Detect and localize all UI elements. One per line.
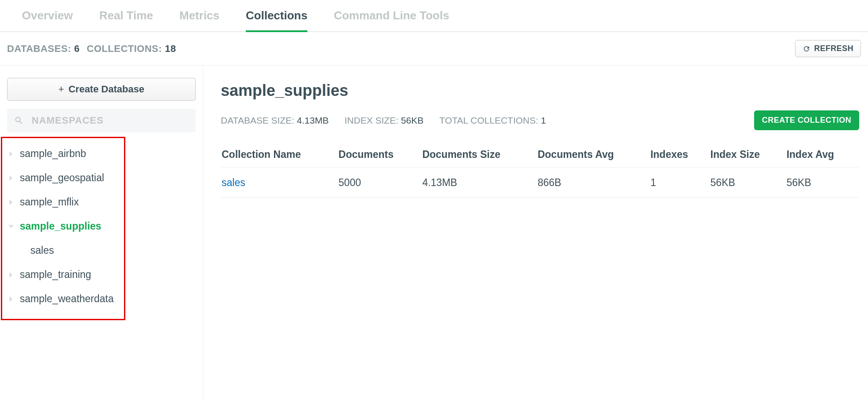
namespaces-search[interactable]: NAMESPACES — [7, 109, 196, 132]
main-content: sample_supplies DATABASE SIZE: 4.13MB IN… — [203, 66, 868, 400]
sidebar-item-sample-weatherdata[interactable]: sample_weatherdata — [2, 287, 124, 311]
index-size-label: INDEX SIZE: — [344, 115, 398, 125]
create-collection-button[interactable]: CREATE COLLECTION — [754, 110, 859, 130]
page-title: sample_supplies — [221, 81, 859, 100]
cell-documents: 5000 — [338, 168, 422, 198]
db-size-value: 4.13MB — [297, 115, 328, 125]
sidebar-item-sample-geospatial[interactable]: sample_geospatial — [2, 166, 124, 190]
sidebar-item-label: sample_airbnb — [20, 148, 86, 160]
sidebar-item-sample-training[interactable]: sample_training — [2, 263, 124, 287]
collections-value: 18 — [165, 43, 176, 54]
total-collections-value: 1 — [541, 115, 546, 125]
namespaces-label: NAMESPACES — [32, 115, 104, 126]
cell-documents-size: 4.13MB — [421, 168, 536, 198]
index-size-value: 56KB — [401, 115, 423, 125]
sidebar: + Create Database NAMESPACES sample_airb… — [0, 66, 203, 400]
stats-bar: DATABASES: 6 COLLECTIONS: 18 REFRESH — [0, 32, 868, 66]
chevron-right-icon — [8, 296, 14, 302]
create-database-label: Create Database — [69, 84, 144, 95]
sidebar-collection-sales[interactable]: sales — [2, 238, 124, 263]
tabs-bar: Overview Real Time Metrics Collections C… — [0, 0, 868, 32]
th-documents-avg[interactable]: Documents Avg — [537, 143, 649, 168]
sidebar-item-label: sample_training — [20, 269, 91, 281]
tab-overview[interactable]: Overview — [22, 9, 73, 32]
refresh-icon — [802, 45, 810, 53]
sidebar-item-label: sample_weatherdata — [20, 293, 114, 305]
sidebar-item-label: sample_mflix — [20, 196, 79, 208]
cell-index-size: 56KB — [710, 168, 786, 198]
refresh-button[interactable]: REFRESH — [795, 40, 861, 57]
databases-stat: DATABASES: 6 — [7, 43, 80, 55]
th-collection-name[interactable]: Collection Name — [221, 143, 338, 168]
chevron-right-icon — [8, 175, 14, 181]
create-database-button[interactable]: + Create Database — [7, 78, 196, 101]
tab-cli-tools[interactable]: Command Line Tools — [334, 9, 449, 32]
tab-collections[interactable]: Collections — [246, 9, 307, 32]
cell-indexes: 1 — [649, 168, 709, 198]
sidebar-item-sample-supplies[interactable]: sample_supplies — [2, 214, 124, 238]
databases-label: DATABASES: — [7, 43, 71, 54]
collections-stat: COLLECTIONS: 18 — [87, 43, 176, 55]
chevron-down-icon — [8, 224, 14, 229]
sidebar-item-label: sample_geospatial — [20, 172, 104, 184]
table-row: sales 5000 4.13MB 866B 1 56KB 56KB — [221, 168, 859, 198]
total-collections-stat: TOTAL COLLECTIONS: 1 — [439, 115, 546, 126]
tab-metrics[interactable]: Metrics — [179, 9, 219, 32]
db-size-label: DATABASE SIZE: — [221, 115, 294, 125]
chevron-right-icon — [8, 151, 14, 157]
databases-value: 6 — [74, 43, 80, 54]
cell-collection-name[interactable]: sales — [221, 168, 338, 198]
db-size-stat: DATABASE SIZE: 4.13MB — [221, 115, 328, 126]
database-list: sample_airbnb sample_geospatial sample_m… — [1, 137, 125, 320]
tab-realtime[interactable]: Real Time — [99, 9, 153, 32]
th-index-size[interactable]: Index Size — [710, 143, 786, 168]
cell-index-avg: 56KB — [786, 168, 859, 198]
search-icon — [14, 116, 24, 125]
plus-icon: + — [58, 84, 64, 95]
collections-table: Collection Name Documents Documents Size… — [221, 143, 859, 198]
total-collections-label: TOTAL COLLECTIONS: — [439, 115, 538, 125]
th-documents-size[interactable]: Documents Size — [421, 143, 536, 168]
collections-label: COLLECTIONS: — [87, 43, 162, 54]
database-meta: DATABASE SIZE: 4.13MB INDEX SIZE: 56KB T… — [221, 115, 546, 126]
th-indexes[interactable]: Indexes — [649, 143, 709, 168]
index-size-stat: INDEX SIZE: 56KB — [344, 115, 423, 126]
sidebar-item-label: sample_supplies — [20, 220, 101, 232]
chevron-right-icon — [8, 272, 14, 278]
chevron-right-icon — [8, 200, 14, 205]
th-documents[interactable]: Documents — [338, 143, 422, 168]
th-index-avg[interactable]: Index Avg — [786, 143, 859, 168]
sidebar-item-sample-mflix[interactable]: sample_mflix — [2, 190, 124, 214]
refresh-label: REFRESH — [814, 44, 853, 53]
cell-documents-avg: 866B — [537, 168, 649, 198]
sidebar-item-sample-airbnb[interactable]: sample_airbnb — [2, 142, 124, 166]
